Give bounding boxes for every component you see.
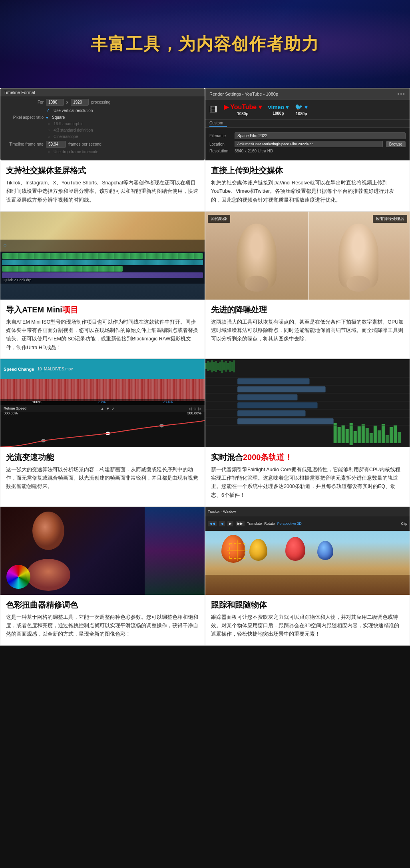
- square-label: Square: [52, 115, 65, 120]
- noise-after-half: 应有降噪处理后: [308, 212, 410, 300]
- noise-divider: [308, 212, 308, 300]
- framerate-label: Timeline frame rate: [4, 142, 44, 146]
- tracker-ctrl-4[interactable]: ▶▶: [236, 521, 245, 526]
- svg-rect-26: [374, 426, 377, 443]
- browse-button[interactable]: Browse: [386, 141, 406, 147]
- retime-next[interactable]: ▷: [198, 406, 201, 411]
- feature-desc-optical: 这一强大的变速算法可以分析场景内容，构建新画面，从而减缓或延长序列中的动作，而无…: [6, 466, 199, 491]
- tracker-clip-label: Clip: [401, 522, 407, 526]
- features-grid: Timeline Format For x processing ✓ Use v…: [0, 88, 410, 646]
- retime-arrows: ▲ ▼ ⤢: [100, 406, 115, 411]
- svg-rect-31: [394, 425, 397, 443]
- svg-rect-25: [370, 433, 373, 443]
- tracker-ctrl-2[interactable]: ◀: [219, 521, 225, 526]
- feature-text-social-vertical: 支持社交媒体竖屏格式 TikTok、Instagram、X、YouTube Sh…: [0, 160, 205, 211]
- speed-curve-path: [0, 420, 205, 447]
- square-radio[interactable]: ●: [46, 115, 48, 120]
- height-input[interactable]: [71, 99, 89, 106]
- filename-value[interactable]: Space Film 2022: [235, 132, 406, 139]
- platform-vimeo[interactable]: vimeo ▾ 1080p: [268, 104, 289, 116]
- tracker-ctrl-1[interactable]: ◀◀: [208, 521, 217, 526]
- render-platforms: 🎞 ▶ YouTube ▾ 1080p vimeo ▾ 1080p 🐦 ▾ 10…: [205, 100, 410, 120]
- cook-timeline: Quick 2 Cook.drp: [0, 252, 205, 284]
- render-settings-panel: Render Settings - YouTube - 1080p ••• 🎞 …: [205, 88, 410, 160]
- tracker-ctrl-3[interactable]: ▶: [227, 521, 233, 526]
- vimeo-icon: vimeo ▾: [268, 104, 289, 110]
- cook-video-frame: ⬡: [0, 212, 205, 252]
- speed-val-right: 300.00%: [187, 411, 201, 415]
- audio-image: [205, 359, 410, 447]
- svg-rect-24: [366, 428, 369, 443]
- tracker-window-label: Tracker - Window: [208, 510, 236, 514]
- hero-banner: 丰富工具，为内容创作者助力: [0, 0, 410, 88]
- noise-person-before: [237, 224, 277, 288]
- feature-title-social-upload: 直接上传到社交媒体: [211, 165, 404, 176]
- twitter-quality: 1080p: [296, 112, 307, 116]
- svg-rect-4: [211, 360, 213, 372]
- resolution-label: Resolution: [209, 149, 231, 153]
- render-title-text: Render Settings - YouTube - 1080p: [209, 92, 278, 96]
- svg-rect-45: [237, 418, 333, 424]
- svg-rect-1: [205, 363, 207, 369]
- svg-rect-40: [237, 378, 309, 384]
- dropframe-label: Use drop frame timecode: [54, 150, 98, 154]
- retime-expand[interactable]: ⤢: [111, 406, 115, 411]
- color-image: [0, 507, 205, 595]
- svg-rect-10: [223, 362, 225, 370]
- svg-rect-18: [342, 425, 345, 443]
- timeline-tracks: [0, 252, 205, 280]
- retime-arrow-down[interactable]: ▼: [106, 406, 110, 411]
- pixel-aspect-label: Pixel aspect ratio: [4, 115, 44, 120]
- speed-pct-1: 100%: [32, 400, 41, 404]
- feature-title-atem: 导入ATEM Mini项目: [6, 304, 199, 315]
- optical-image: Speed Change 10_MALDIVES.mov 100% 37% 23…: [0, 359, 205, 447]
- svg-rect-30: [390, 427, 393, 443]
- tracker-mode-3d[interactable]: Perspective 3D: [277, 522, 302, 526]
- location-label: Location: [209, 142, 231, 146]
- platform-youtube[interactable]: ▶ YouTube ▾ 1080p: [224, 103, 262, 116]
- svg-rect-14: [231, 362, 233, 371]
- panel-for-row: For x processing: [4, 99, 201, 106]
- retime-label: Retime Speed: [4, 406, 26, 410]
- svg-rect-28: [382, 424, 385, 443]
- pixel-aspect-row: Pixel aspect ratio ● Square: [4, 115, 201, 120]
- use-vertical-label: Use vertical resolution: [54, 108, 93, 113]
- svg-rect-42: [237, 394, 297, 400]
- svg-rect-43: [237, 402, 317, 408]
- feature-title-noise: 先进的降噪处理: [211, 304, 404, 315]
- feature-cell-tracker: Tracker - Window ◀◀ ◀ ▶ ▶▶ Translate Rot…: [205, 506, 410, 646]
- feature-desc-social-upload: 将您的社交媒体账户链接到DaVinci Resolve就可以在导出时直接将视频上…: [211, 179, 404, 204]
- custom-tab[interactable]: Custom: [209, 120, 227, 127]
- width-input[interactable]: [46, 99, 64, 106]
- retime-diamond[interactable]: ◇: [193, 406, 197, 411]
- speed-val-left: 300.00%: [4, 411, 18, 415]
- tracker-mode-translate[interactable]: Translate: [247, 522, 262, 526]
- svg-rect-3: [209, 362, 211, 370]
- dropframe-radio[interactable]: ○: [48, 150, 50, 154]
- anamorphic-radio[interactable]: ○: [48, 122, 50, 126]
- noise-person-after: [338, 224, 378, 288]
- standard-def-row: ○ 4:3 standard definition: [48, 128, 201, 132]
- platform-twitter[interactable]: 🐦 ▾ 1080p: [295, 103, 308, 116]
- location-value[interactable]: /Volumes/CSM Marketing/Space Film 2022/R…: [235, 141, 383, 147]
- standard-def-radio[interactable]: ○: [48, 128, 50, 132]
- tracker-image: Tracker - Window ◀◀ ◀ ▶ ▶▶ Translate Rot…: [205, 507, 410, 595]
- x-separator: x: [66, 100, 68, 104]
- cinemascope-label: Cinemascope: [54, 134, 78, 139]
- tracker-mode-rotate[interactable]: Rotate: [264, 522, 275, 526]
- fps-input[interactable]: [46, 141, 66, 148]
- feature-cell-social-vertical: Timeline Format For x processing ✓ Use v…: [0, 88, 205, 211]
- retime-prev[interactable]: ◁: [189, 406, 192, 411]
- noise-before-half: 原始影像: [205, 212, 308, 300]
- feature-title-audio: 实时混合2000条轨道！: [211, 452, 404, 462]
- retime-arrow-up[interactable]: ▲: [100, 406, 104, 411]
- cinemascope-radio[interactable]: ○: [48, 134, 50, 139]
- resolution-value: 3840 x 2160 Ultra HD: [235, 149, 273, 153]
- tracker-ui-overlay: Tracker - Window ◀◀ ◀ ▶ ▶▶ Translate Rot…: [205, 507, 410, 531]
- track-row-4: [2, 272, 203, 278]
- render-dots: •••: [397, 91, 406, 97]
- hero-title: 丰富工具，为内容创作者助力: [91, 33, 319, 55]
- svg-rect-6: [215, 361, 217, 372]
- filmstrip-icon: 🎞: [209, 105, 217, 114]
- track-row-1: [2, 253, 203, 259]
